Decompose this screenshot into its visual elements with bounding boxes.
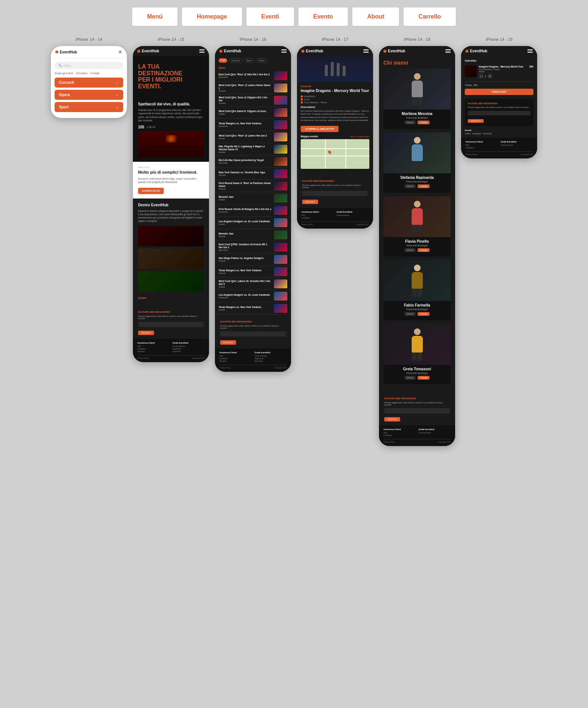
- hp-newsletter-title: Iscriviti alla Newsletter: [138, 310, 204, 314]
- cart-total-row: Totale: 39€: [465, 84, 533, 86]
- ev-item-1[interactable]: East Conf Qtrs: 'Rion' @ Nets Rd 1 Hm Gm…: [215, 70, 291, 82]
- ev-item-7[interactable]: NHL Playoffs Rd 1: Lightning V Maple Lf …: [215, 143, 291, 155]
- about-hamburger[interactable]: [445, 49, 451, 53]
- logo-dot-cart: [466, 50, 468, 53]
- ev-filter-concerti[interactable]: Concerti: [229, 58, 242, 63]
- ev-filter-teatro[interactable]: Teatro: [256, 58, 267, 63]
- menu-item-concerti[interactable]: Concerti →: [55, 78, 123, 88]
- about-page-title: Chi siamo: [383, 60, 451, 66]
- ev-item-15[interactable]: East Conf QTRS: Cavaliers At Knicks RD 1…: [215, 241, 291, 253]
- team-link-linkedin-stefania[interactable]: LinkedIn: [418, 184, 430, 188]
- menu-link-about[interactable]: Chi siamo: [76, 72, 87, 75]
- ev-footer-bottom: Privacy Policy Copyright 2023: [219, 365, 287, 369]
- cart-checkout-button[interactable]: CHECKOUT: [465, 89, 533, 95]
- close-icon[interactable]: ✕: [118, 49, 122, 55]
- evento-hamburger[interactable]: [363, 49, 369, 53]
- ev-filter-tutti[interactable]: Tutti: [219, 58, 227, 63]
- ev-item-18[interactable]: West Conf Qtrs: Lakers St. Grizzlies Rd …: [215, 278, 291, 290]
- ev-item-11[interactable]: Monster Jam Sabato: [215, 192, 291, 204]
- ev-item-2[interactable]: West Conf Qtrs: 'Rion' @ Lakers Home Gam…: [215, 82, 291, 94]
- evento-category: Concerti: [301, 85, 369, 88]
- team-link-github-greta[interactable]: GitHub: [405, 376, 415, 380]
- evento-header: EventHub: [297, 46, 373, 56]
- team-role-greta: Front-end developer: [387, 372, 447, 374]
- ev-item-10[interactable]: First Round Game 4: 'Rion' at Panthers H…: [215, 180, 291, 192]
- phone-column-about: iPhone 14 - 18 EventHub Chi siamo: [379, 37, 455, 446]
- hp-newsletter-input[interactable]: [138, 322, 204, 327]
- evento-footer-col1: Assistenza Clienti FAQ Contattaci: [301, 211, 334, 219]
- team-link-github-flavia[interactable]: GitHub: [405, 248, 415, 252]
- ev-item-16[interactable]: San Diego Padres vs. Angeles Dodgers Gio…: [215, 253, 291, 266]
- cart-qty-minus[interactable]: -: [479, 74, 483, 78]
- tab-carrello[interactable]: Carrello: [404, 7, 455, 26]
- team-link-linkedin-greta[interactable]: LinkedIn: [418, 376, 430, 380]
- ev-filter-sport[interactable]: Sport: [244, 58, 254, 63]
- ev-item-logo-clippers: [274, 96, 287, 105]
- team-link-github-fabio[interactable]: GitHub: [405, 312, 415, 316]
- hp-newsletter-btn[interactable]: ISCRIVITI: [138, 331, 154, 335]
- menu-link-contatti[interactable]: Contatti: [91, 72, 99, 75]
- tab-homepage[interactable]: Homepage: [182, 7, 242, 26]
- hp-about-cta[interactable]: SCOPRI DI PIÙ: [138, 188, 164, 194]
- ev-item-9[interactable]: New York Yankees vs. Toronto Blue Jays G…: [215, 168, 291, 180]
- tab-eventi[interactable]: Eventi: [246, 7, 294, 26]
- tab-menu[interactable]: Menú: [132, 7, 177, 26]
- crowd-image: [138, 131, 204, 157]
- cart-qty-plus[interactable]: +: [488, 74, 492, 78]
- ev-item-20[interactable]: Texas Rangers vs. New York Yankees Luned…: [215, 302, 291, 315]
- ev-item-14[interactable]: Monster Jam Martedì: [215, 229, 291, 241]
- evento-newsletter-btn[interactable]: ISCRIVITI: [302, 200, 318, 204]
- ev-item-13[interactable]: Los Angeles Dodgers vs. St. Louis Cardin…: [215, 217, 291, 229]
- ev-item-3[interactable]: West Conf Qtrs: Suns @ Clippers Rd 1 Hm …: [215, 94, 291, 106]
- phone-column-eventi: iPhone 14 - 16 EventHub Tutti Concerti: [215, 37, 291, 372]
- team-link-github-marilena[interactable]: GitHub: [405, 121, 415, 124]
- ev-item-5[interactable]: Texas Rangers vs. New York Yankees Domen…: [215, 119, 291, 131]
- logo-dot: [55, 50, 58, 53]
- person-body-greta: [412, 336, 423, 353]
- hp-about-sub: Ancora in costruzione dentro l'app, scop…: [138, 177, 204, 184]
- cart-social-instagram[interactable]: Instagram: [472, 132, 481, 135]
- team-link-linkedin-flavia[interactable]: LinkedIn: [418, 248, 430, 252]
- team-link-github-stefania[interactable]: GitHub: [405, 184, 415, 188]
- menu-item-sport[interactable]: Sport →: [55, 102, 123, 112]
- ev-newsletter-btn[interactable]: ISCRIVITI: [220, 340, 236, 345]
- team-link-linkedin-marilena[interactable]: LinkedIn: [418, 121, 430, 124]
- ev-item-17[interactable]: Texas Rangers vs. New York Yankees Vener…: [215, 266, 291, 278]
- cart-social-twitter[interactable]: Twitter: [465, 132, 471, 135]
- menu-search-bar[interactable]: 🔍 Cerca...: [55, 62, 123, 69]
- cart-newsletter-input[interactable]: [468, 111, 530, 115]
- cart-item-type: Platea: [479, 71, 527, 73]
- phone-label-homepage: iPhone 14 - 15: [158, 37, 184, 42]
- about-newsletter-input[interactable]: [384, 408, 450, 413]
- menu-link-eventi[interactable]: Scopri gli eventi: [55, 72, 73, 75]
- cart-hamburger[interactable]: [527, 49, 533, 53]
- hp-newsletter: Iscriviti alla Newsletter Rimani aggiorn…: [133, 307, 209, 339]
- ev-item-logo-knicks: [274, 243, 287, 252]
- about-newsletter-btn[interactable]: ISCRIVITI: [384, 417, 400, 422]
- hamburger-menu[interactable]: [199, 49, 205, 53]
- person-head-fabio: [414, 265, 421, 271]
- cart-social-facebook[interactable]: Facebook: [483, 132, 492, 135]
- tab-about[interactable]: About: [352, 7, 399, 26]
- menu-logo: EventHub: [55, 50, 77, 54]
- ev-item-logo-lakers3: [274, 279, 287, 288]
- evento-newsletter-input[interactable]: [302, 191, 368, 196]
- ev-item-12[interactable]: First Round: Devils At Rangers Rd 1 Hm G…: [215, 204, 291, 217]
- ev-item-8[interactable]: MLS All-Star Game presented by Target Me…: [215, 155, 291, 168]
- arrow-icon-opera: →: [115, 93, 119, 97]
- evento-buy-button[interactable]: COMPRA IL BIGLIETTO: [301, 126, 339, 132]
- ev-item-6[interactable]: West Conf Qtrs: 'Rion' @ Lakers Hm Gm 2 …: [215, 131, 291, 143]
- phone-label-evento: iPhone 14 - 17: [322, 37, 349, 42]
- ev-item-4[interactable]: West Conf Qtrs Game 6: Clippers at Suns …: [215, 106, 291, 119]
- map-link[interactable]: Apri su Google Maps: [350, 135, 369, 138]
- ev-header: EventHub: [215, 46, 291, 56]
- ev-newsletter-input[interactable]: [220, 331, 286, 337]
- team-link-linkedin-fabio[interactable]: LinkedIn: [418, 312, 430, 316]
- ev-item-logo-rangers2: [274, 206, 287, 215]
- cart-newsletter-btn[interactable]: ISCRIVITI: [468, 119, 484, 123]
- tab-evento[interactable]: Evento: [298, 7, 348, 26]
- ev-hamburger[interactable]: [281, 49, 287, 53]
- ev-item-19[interactable]: Los Angeles Dodgers vs. St. Louis Cardin…: [215, 290, 291, 302]
- evento-hero-bg: [297, 56, 373, 82]
- menu-item-opera[interactable]: Opera →: [55, 90, 123, 100]
